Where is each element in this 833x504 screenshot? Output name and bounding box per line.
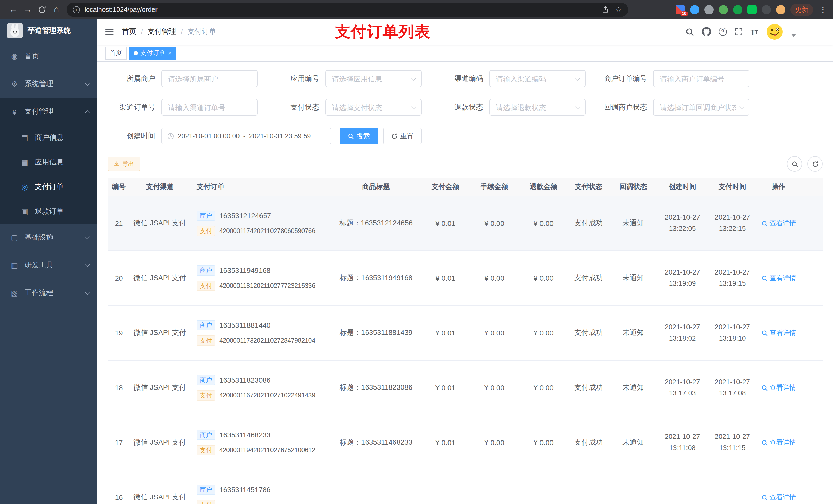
toggle-search-button[interactable]: [787, 156, 802, 172]
table-header-cell: 支付渠道: [130, 178, 190, 196]
refresh-table-button[interactable]: [807, 156, 823, 172]
hamburger-menu-button[interactable]: [97, 19, 118, 45]
github-icon: [701, 27, 711, 37]
help-button[interactable]: ?: [718, 28, 727, 36]
sidebar-item-infrastructure[interactable]: ▢ 基础设施: [0, 224, 97, 251]
cell-pay-order: 商户 1635312124657 支付 42000011742021102780…: [190, 196, 331, 250]
sidebar-item-system[interactable]: ⚙ 系统管理: [0, 70, 97, 98]
target-icon: ◎: [19, 182, 31, 192]
cell-refund-amount: ¥ 0.00: [519, 306, 568, 360]
cell-actions: 查看详情: [757, 196, 823, 250]
search-icon: [761, 220, 768, 226]
sidebar-item-dev-tools[interactable]: ▥ 研发工具: [0, 251, 97, 279]
extension-icon[interactable]: [690, 5, 699, 14]
cell-pay-time: 2021-10-27 13:11:15: [708, 415, 757, 470]
view-detail-link[interactable]: 查看详情: [761, 273, 796, 283]
site-info-icon[interactable]: i: [73, 6, 80, 13]
cell-pay-amount: [421, 470, 470, 504]
browser-home-button[interactable]: ⌂: [49, 2, 64, 17]
bookmark-star-button[interactable]: ☆: [615, 5, 622, 14]
view-detail-link[interactable]: 查看详情: [761, 328, 796, 338]
header-search-button[interactable]: [685, 27, 694, 36]
app-select-input[interactable]: [325, 70, 422, 87]
app-logo[interactable]: 芋道管理系统: [0, 19, 97, 43]
date-range-input[interactable]: 2021-10-01 00:00:00 - 2021-10-31 23:59:5…: [161, 127, 331, 144]
sidebar-item-label: 应用信息: [35, 158, 64, 167]
table-header-cell: 商品标题: [331, 178, 421, 196]
browser-back-button[interactable]: ←: [6, 2, 21, 17]
channel-order-no-input[interactable]: [161, 99, 258, 116]
extension-icon[interactable]: [719, 5, 728, 14]
cell-actions: 查看详情: [757, 415, 823, 470]
address-bar[interactable]: i localhost:1024/pay/order ☆: [67, 2, 628, 17]
browser-forward-button[interactable]: →: [21, 2, 35, 17]
browser-update-button[interactable]: 更新: [790, 3, 813, 16]
chevron-down-icon: [85, 262, 90, 267]
view-detail-link[interactable]: 查看详情: [761, 438, 796, 447]
view-detail-link[interactable]: 查看详情: [761, 493, 796, 502]
cell-order-id: 16: [108, 470, 130, 504]
cell-actions: 查看详情: [757, 251, 823, 305]
merchant-tag: 商户: [197, 265, 215, 275]
font-size-button[interactable]: TT: [750, 27, 758, 36]
sidebar-item-merchant-info[interactable]: ▤ 商户信息: [0, 125, 97, 150]
tab-pay-order[interactable]: 支付订单 ×: [129, 46, 176, 60]
sidebar-item-app-info[interactable]: ▦ 应用信息: [0, 150, 97, 175]
font-size-big-glyph: T: [750, 27, 755, 36]
merchant-order-no-input[interactable]: [653, 70, 749, 87]
orders-table: 编号支付渠道支付订单商品标题支付金额手续金额退款金额支付状态回调状态创建时间支付…: [108, 178, 823, 504]
profile-avatar-icon[interactable]: [776, 5, 785, 14]
sidebar-item-payment[interactable]: ¥ 支付管理: [0, 98, 97, 125]
tab-home[interactable]: 首页: [105, 46, 126, 60]
pay-order-no: 4200001173202110272847982104: [219, 337, 315, 344]
close-icon[interactable]: ×: [168, 50, 172, 56]
channel-code-input[interactable]: [489, 70, 586, 87]
github-link-button[interactable]: [701, 27, 711, 37]
page-root: ← → ⌂ i localhost:1024/pay/order ☆ 10 更新…: [0, 0, 833, 504]
url-text[interactable]: localhost:1024/pay/order: [85, 6, 595, 13]
browser-reload-button[interactable]: [35, 2, 49, 17]
cell-refund-amount: [519, 470, 568, 504]
app-shell: 芋道管理系统 ◉ 首页 ⚙ 系统管理 ¥ 支付管理 ▤ 商户信息: [0, 19, 833, 504]
view-detail-link[interactable]: 查看详情: [761, 383, 796, 392]
extension-icon[interactable]: [762, 5, 771, 14]
extension-icon[interactable]: [747, 5, 757, 14]
search-icon: [761, 330, 768, 336]
cell-fee-amount: [470, 470, 519, 504]
extension-icon[interactable]: 10: [676, 5, 685, 14]
search-button[interactable]: 搜索: [340, 127, 378, 144]
table-row: 17 微信 JSAPI 支付 商户 1635311468233: [108, 415, 823, 470]
sidebar-item-refund-order[interactable]: ▣ 退款订单: [0, 199, 97, 224]
extension-icon[interactable]: [705, 5, 714, 14]
reset-button[interactable]: 重置: [383, 127, 422, 144]
table-header-cell: 手续金额: [470, 178, 519, 196]
extension-icon[interactable]: [733, 5, 742, 14]
cell-actions: 查看详情: [757, 361, 823, 415]
sidebar-item-workflow[interactable]: ▧ 工作流程: [0, 279, 97, 307]
breadcrumb-home[interactable]: 首页: [122, 27, 136, 37]
filter-channel-code: 渠道编码: [435, 70, 599, 87]
cell-fee-amount: ¥ 0.00: [470, 196, 519, 250]
sidebar: 芋道管理系统 ◉ 首页 ⚙ 系统管理 ¥ 支付管理 ▤ 商户信息: [0, 19, 97, 504]
breadcrumb-payment[interactable]: 支付管理: [147, 27, 176, 37]
cell-product-title: 标题：1635311823086: [331, 361, 421, 415]
share-button[interactable]: [601, 6, 609, 13]
cell-pay-channel: 微信 JSAPI 支付: [130, 415, 190, 470]
cell-pay-amount: ¥ 0.01: [421, 361, 470, 415]
browser-menu-button[interactable]: ⋮: [819, 5, 827, 14]
pay-status-select[interactable]: [325, 99, 422, 116]
fullscreen-button[interactable]: [734, 28, 743, 36]
cell-pay-status: [568, 470, 609, 504]
sidebar-item-home[interactable]: ◉ 首页: [0, 43, 97, 70]
view-detail-link[interactable]: 查看详情: [761, 219, 796, 228]
sidebar-item-pay-order[interactable]: ◎ 支付订单: [0, 175, 97, 199]
refund-status-select[interactable]: [489, 99, 586, 116]
filter-refund-status: 退款状态: [435, 99, 599, 116]
export-button[interactable]: 导出: [108, 157, 140, 171]
notify-status-select[interactable]: [653, 99, 749, 116]
date-end-value: 2021-10-31 23:59:59: [249, 132, 311, 140]
active-dot-icon: [134, 51, 138, 55]
avatar-caret-down-icon[interactable]: [791, 34, 796, 37]
user-avatar[interactable]: [766, 23, 783, 41]
merchant-select-input[interactable]: [161, 70, 258, 87]
